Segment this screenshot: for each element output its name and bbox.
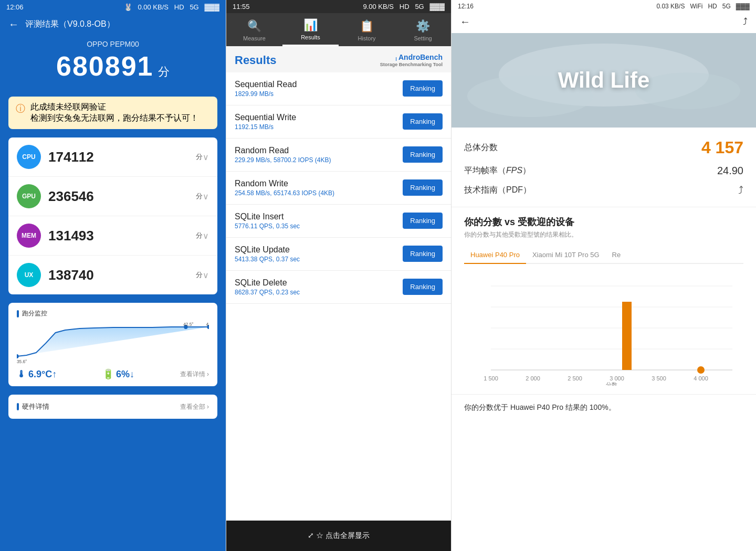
back-button-3[interactable]: ← <box>460 16 470 28</box>
ranking-btn-6[interactable]: Ranking <box>403 279 443 295</box>
gpu-chevron-icon: ∨ <box>203 192 209 202</box>
total-score-block: 680891 分 <box>8 50 217 82</box>
hero-title: Wild Life <box>558 68 650 93</box>
fullscreen-footer[interactable]: ⤢ ☆ 点击全屏显示 <box>226 521 451 551</box>
tab-results-label: Results <box>301 34 320 40</box>
benchmark-list: Sequential Read 1829.99 MB/s Ranking Seq… <box>226 72 451 521</box>
tab-measure[interactable]: 🔍 Measure <box>226 13 282 46</box>
item-name-1: Sequential Write <box>235 113 403 122</box>
thermometer-icon: 🌡 <box>17 369 26 380</box>
device-tab-1[interactable]: Xiaomi Mi 10T Pro 5G <box>526 247 606 263</box>
device-tab-2[interactable]: Re <box>606 247 627 263</box>
svg-text:35.6°: 35.6° <box>17 359 27 364</box>
svg-text:42.5°: 42.5° <box>183 322 193 327</box>
comparison-chart: 1 500 2 000 2 500 3 000 3 500 4 000 分数 <box>464 270 743 386</box>
share-icon[interactable]: ⤴ <box>738 184 743 196</box>
ranking-btn-1[interactable]: Ranking <box>403 113 443 130</box>
p1-title: 评测结果（V9.0.8-OB） <box>25 19 115 30</box>
pdf-label: 技术指南（PDF） <box>464 185 531 196</box>
tab-setting[interactable]: ⚙️ Setting <box>395 13 451 46</box>
ranking-btn-5[interactable]: Ranking <box>403 246 443 262</box>
svg-text:3 500: 3 500 <box>652 375 666 382</box>
scores-section: 总体分数 4 157 平均帧率（FPS） 24.90 技术指南（PDF） ⤴ <box>452 128 756 207</box>
monitor-stats: 🌡 6.9°C↑ 🔋 6%↓ 查看详情 › <box>17 368 209 383</box>
item-value-2: 229.29 MB/s, 58700.2 IOPS (4KB) <box>235 156 403 164</box>
p3-topbar: ← ⤴ <box>452 13 756 33</box>
p1-header: ← 评测结果（V9.0.8-OB） <box>0 14 226 35</box>
status-icons-2: 9.00 KB/S HD 5G ▓▓▓ <box>363 3 445 10</box>
back-button-1[interactable]: ← <box>8 18 19 30</box>
ux-row[interactable]: UX 138740 分 ∨ <box>8 256 217 294</box>
svg-rect-19 <box>622 302 632 370</box>
ux-score: 138740 <box>48 267 194 283</box>
tab-history[interactable]: 📋 History <box>339 13 395 46</box>
measure-icon: 🔍 <box>247 19 261 33</box>
fps-label: 平均帧率（FPS） <box>464 165 531 176</box>
battery-icon: 🔋 <box>102 368 114 380</box>
item-name-2: Random Read <box>235 146 403 155</box>
time-1: 12:06 <box>6 3 24 11</box>
list-item: Sequential Read 1829.99 MB/s Ranking <box>226 72 451 105</box>
item-name-5: SQLite Update <box>235 245 403 255</box>
svg-text:4 000: 4 000 <box>694 375 708 382</box>
ranking-btn-4[interactable]: Ranking <box>403 213 443 229</box>
tab-setting-label: Setting <box>414 35 432 41</box>
svg-text:2 500: 2 500 <box>568 375 582 382</box>
statusbar-2: 11:55 9.00 KB/S HD 5G ▓▓▓ <box>226 0 451 13</box>
temp-stat: 🌡 6.9°C↑ <box>17 369 57 380</box>
temp-chart: 42.5° 42.4° 35.6° <box>17 322 209 364</box>
total-label: 总体分数 <box>464 142 498 153</box>
cpu-row[interactable]: CPU 174112 分 ∨ <box>8 137 217 177</box>
device-tab-0[interactable]: Huawei P40 Pro <box>464 247 526 264</box>
cpu-badge: CPU <box>17 145 41 169</box>
ranking-btn-2[interactable]: Ranking <box>403 146 443 163</box>
fps-value: 24.90 <box>717 165 743 177</box>
panel-3dmark: 12:16 0.03 KB/S WiFi HD 5G ▓▓▓ ← ⤴ Wild … <box>452 0 756 551</box>
monitor-title: 跑分监控 <box>17 309 209 318</box>
compare-title: 你的分數 vs 受歡迎的设备 <box>464 216 743 228</box>
pdf-row[interactable]: 技术指南（PDF） ⤴ <box>464 184 743 196</box>
svg-text:分数: 分数 <box>606 382 617 386</box>
gpu-row[interactable]: GPU 236546 分 ∨ <box>8 177 217 216</box>
tab-results[interactable]: 📊 Results <box>282 13 339 46</box>
statusbar-3: 12:16 0.03 KB/S WiFi HD 5G ▓▓▓ <box>452 0 756 13</box>
device-tabs: Huawei P40 Pro Xiaomi Mi 10T Pro 5G Re <box>464 247 743 264</box>
share-button-top[interactable]: ⤴ <box>743 16 748 27</box>
ranking-btn-3[interactable]: Ranking <box>403 179 443 196</box>
list-item: SQLite Insert 5776.11 QPS, 0.35 sec Rank… <box>226 205 451 238</box>
mem-score: 131493 <box>48 228 194 244</box>
hardware-section[interactable]: 硬件详情 查看全部 › <box>8 395 217 419</box>
tab-measure-label: Measure <box>243 35 266 41</box>
ranking-btn-0[interactable]: Ranking <box>403 80 443 97</box>
item-value-0: 1829.99 MB/s <box>235 90 403 98</box>
mem-row[interactable]: MEM 131493 分 ∨ <box>8 216 217 256</box>
warning-box: ⓘ 此成绩未经联网验证 检测到安兔兔无法联网，跑分结果不予认可！ <box>8 97 217 129</box>
results-title: Results <box>235 54 276 67</box>
detail-link[interactable]: 查看详情 › <box>180 370 209 379</box>
gpu-score: 236546 <box>48 188 194 205</box>
list-item: Random Read 229.29 MB/s, 58700.2 IOPS (4… <box>226 139 451 172</box>
ux-chevron-icon: ∨ <box>203 270 209 280</box>
results-icon: 📊 <box>303 18 318 32</box>
view-all-link[interactable]: 查看全部 › <box>180 402 209 411</box>
cpu-chevron-icon: ∨ <box>203 152 209 162</box>
list-item: Random Write 254.58 MB/s, 65174.63 IOPS … <box>226 172 451 205</box>
monitor-section: 跑分监控 42.5° 42.4° 35.6° <box>8 303 217 386</box>
conclusion-text: 你的分数优于 Huawei P40 Pro 结果的 100%。 <box>452 395 756 420</box>
list-item: SQLite Delete 8628.37 QPS, 0.23 sec Rank… <box>226 271 451 304</box>
list-item: Sequential Write 1192.15 MB/s Ranking <box>226 105 451 139</box>
list-item: SQLite Update 5413.38 QPS, 0.37 sec Rank… <box>226 238 451 271</box>
total-value: 4 157 <box>701 138 743 157</box>
setting-icon: ⚙️ <box>416 19 430 33</box>
compare-section: 你的分數 vs 受歡迎的设备 你的分数与其他受歡迎型號的结果相比。 Huawei… <box>452 207 756 395</box>
score-breakdown: CPU 174112 分 ∨ GPU 236546 分 ∨ MEM 131493… <box>8 137 217 294</box>
total-score: 680891 <box>56 51 154 81</box>
logo-sub: Storage Benchmarking Tool <box>380 62 443 68</box>
androbench-logo: | AndroBench Storage Benchmarking Tool <box>380 52 443 68</box>
panel-antutu: 12:06 🐰 0.00 KB/S HD 5G ▓▓▓ ← 评测结果（V9.0.… <box>0 0 226 551</box>
item-value-4: 5776.11 QPS, 0.35 sec <box>235 222 403 230</box>
item-value-1: 1192.15 MB/s <box>235 123 403 131</box>
total-score-row: 总体分数 4 157 <box>464 138 743 157</box>
bat-value: 6%↓ <box>116 369 134 380</box>
svg-text:1 500: 1 500 <box>484 375 498 382</box>
